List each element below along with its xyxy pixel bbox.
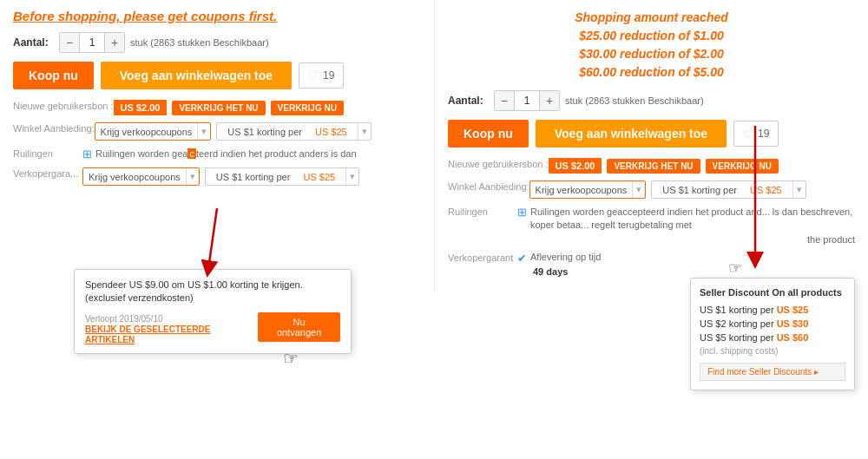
- right-annotation-line4: $60.00 reduction of $5.00: [448, 63, 855, 82]
- popup-link-left[interactable]: BEKIJK DE GESELECTEERDE ARTIKELEN: [85, 325, 210, 344]
- right-annotation-line1: Shopping amount reached: [448, 9, 855, 27]
- ruilingen-text-right: Ruilingen worden geaccepteerd indien het…: [530, 206, 855, 233]
- verkrijg-het-nu-btn-left[interactable]: VERKRIJG HET NU: [172, 101, 265, 115]
- seller-discount-dropdown: Seller Discount On all products US $1 ko…: [690, 278, 855, 390]
- find-more-discounts-btn[interactable]: Find more Seller Discounts ▸: [700, 363, 845, 381]
- get-coupons-chevron-right: ▾: [632, 181, 645, 198]
- heart-icon-left: ♡: [308, 69, 319, 82]
- add-to-cart-button-left[interactable]: Voeg aan winkelwagen toe: [101, 62, 292, 89]
- discount-chevron-left: ▾: [358, 123, 371, 140]
- ruilingen-content-right: ⊞ Ruilingen worden geaccepteerd indien h…: [517, 206, 855, 245]
- left-panel: Before shopping, please get coupons firs…: [0, 0, 434, 292]
- verkoper-get-text-left: Krijg verkoopcoupons: [83, 169, 186, 185]
- verkoper-discount-btn-left[interactable]: US $1 korting per US $25 ▾: [205, 167, 359, 186]
- popup-expiry-left: Verloopt 2019/05/10: [85, 314, 258, 324]
- verkoper-content-left: Krijg verkoopcoupons ▾ US $1 korting per…: [82, 167, 421, 186]
- new-user-label-right: Nieuwe gebruikersbon :: [448, 158, 549, 171]
- svg-line-0: [208, 208, 217, 269]
- seller-icon-right: ✔: [517, 252, 527, 265]
- discount-btn-left[interactable]: US $1 korting per US $25 ▾: [216, 122, 371, 141]
- get-coupons-btn-right[interactable]: Krijg verkoopcoupons ▾: [529, 180, 647, 199]
- ruilingen-label-right: Ruilingen: [448, 206, 517, 219]
- verkoper-label-left: Verkopergara...: [13, 167, 82, 180]
- qty-label-right: Aantal:: [448, 95, 487, 107]
- qty-row-left: Aantal: − 1 + stuk (2863 stukken Beschik…: [13, 32, 421, 53]
- new-user-row-right: Nieuwe gebruikersbon : US $2.00 VERKRIJG…: [448, 158, 855, 174]
- seller-guarantee-right: ✔ Aflevering op tijd: [517, 252, 601, 265]
- cursor-hand-popup: ☞: [283, 348, 299, 369]
- user-badge-left: US $2.00: [114, 100, 168, 115]
- dropdown-title: Seller Discount On all products: [700, 287, 845, 298]
- verkoper-label-right: Verkopergarant: [448, 252, 517, 265]
- get-coupons-text-right: Krijg verkoopcoupons: [530, 182, 633, 198]
- ruilingen-row-left: Ruilingen ⊞ Ruilingen worden geacteerd i…: [13, 148, 421, 161]
- discount-item-2: US $2 korting per US $30: [700, 318, 845, 329]
- qty-controls-right: − 1 +: [494, 90, 560, 111]
- returns-icon-right: ⊞: [517, 206, 527, 219]
- verkrijg-het-nu-btn-right[interactable]: VERKRIJG HET NU: [607, 159, 700, 174]
- cursor-hand-dropdown: ☞: [728, 259, 742, 278]
- winkel-row-right: Winkel Aanbieding: Krijg verkoopcoupons …: [448, 180, 855, 199]
- ruilingen-text2-right: the product: [517, 234, 855, 245]
- qty-plus-right[interactable]: +: [540, 91, 559, 110]
- new-user-content-right: US $2.00 VERKRIJG HET NU VERKRIJG NU: [549, 158, 855, 174]
- verkoper-row-left: Verkopergara... Krijg verkoopcoupons ▾ U…: [13, 167, 421, 186]
- nu-ontvangen-btn[interactable]: Nu ontvangen: [258, 312, 340, 342]
- left-annotation: Before shopping, please get coupons firs…: [13, 9, 421, 23]
- verkrijg-nu-btn-left[interactable]: VERKRIJG NU: [271, 101, 344, 115]
- buy-now-button-right[interactable]: Koop nu: [448, 120, 529, 148]
- qty-controls-left: − 1 +: [59, 32, 125, 53]
- wishlist-count-left: 19: [323, 69, 334, 82]
- arrow-right-panel: [725, 121, 777, 278]
- winkel-content-left: Krijg verkoopcoupons ▾ US $1 korting per…: [95, 122, 421, 141]
- discount-btn-text-left: US $1 korting per US $25: [217, 124, 357, 140]
- verkoper-content-right: ✔ Aflevering op tijd 49 days: [517, 252, 855, 277]
- discount-item-1: US $1 korting per US $25: [700, 305, 845, 315]
- popup-footer-left: Verloopt 2019/05/10 BEKIJK DE GESELECTEE…: [85, 311, 340, 344]
- get-coupons-btn-left[interactable]: Krijg verkoopcoupons ▾: [95, 122, 212, 141]
- verkoper-get-coupons-btn-left[interactable]: Krijg verkoopcoupons ▾: [82, 167, 200, 186]
- winkel-label-left: Winkel Aanbieding:: [13, 122, 95, 135]
- add-to-cart-button-right[interactable]: Voeg aan winkelwagen toe: [536, 120, 727, 148]
- returns-icon-left: ⊞: [82, 148, 92, 161]
- arrow-left-panel: [182, 200, 252, 278]
- qty-label-left: Aantal:: [13, 36, 52, 49]
- ruilingen-content-left: ⊞ Ruilingen worden geacteerd indien het …: [82, 148, 357, 161]
- buy-now-button-left[interactable]: Koop nu: [13, 62, 94, 89]
- right-panel: Shopping amount reached $25.00 reduction…: [434, 0, 868, 292]
- right-annotation-line2: $25.00 reduction of $1.00: [448, 27, 855, 45]
- new-user-label-left: Nieuwe gebruikersbon :: [13, 100, 114, 113]
- ruilingen-label-left: Ruilingen: [13, 148, 82, 161]
- verkoper-row-right: Verkopergarant ✔ Aflevering op tijd 49 d…: [448, 252, 855, 277]
- coupon-popup-left: Spendeer US $9.00 om US $1.00 korting te…: [74, 269, 352, 354]
- qty-row-right: Aantal: − 1 + stuk (2863 stukken Beschik…: [448, 90, 855, 111]
- qty-unit-right: stuk (2863 stukken Beschikbaar): [565, 95, 704, 106]
- winkel-label-right: Winkel Aanbieding:: [448, 180, 529, 193]
- aflevering-text-right: Aflevering op tijd: [530, 252, 601, 262]
- winkel-content-right: Krijg verkoopcoupons ▾ US $1 korting per…: [529, 180, 855, 199]
- qty-plus-left[interactable]: +: [105, 33, 124, 52]
- qty-minus-left[interactable]: −: [60, 33, 79, 52]
- ruilingen-returns-right: ⊞ Ruilingen worden geaccepteerd indien h…: [517, 206, 855, 233]
- discount-item-3: US $5 korting per US $60: [700, 332, 845, 343]
- get-coupons-chevron-left: ▾: [197, 123, 210, 140]
- winkel-row-left: Winkel Aanbieding: Krijg verkoopcoupons …: [13, 122, 421, 141]
- qty-unit-left: stuk (2863 stukken Beschikbaar): [130, 37, 269, 48]
- qty-minus-right[interactable]: −: [495, 91, 514, 110]
- get-coupons-text-left: Krijg verkoopcoupons: [95, 124, 198, 140]
- new-user-content-left: US $2.00 VERKRIJG HET NU VERKRIJG NU: [114, 100, 421, 115]
- action-buttons-left: Koop nu Voeg aan winkelwagen toe ♡ 19: [13, 62, 421, 89]
- user-badge-right: US $2.00: [549, 158, 602, 174]
- popup-expiry-link-left: Verloopt 2019/05/10 BEKIJK DE GESELECTEE…: [85, 311, 258, 344]
- ruilingen-text-left: Ruilingen worden geacteerd indien het pr…: [95, 148, 357, 161]
- qty-value-left: 1: [79, 33, 105, 52]
- qty-value-right: 1: [514, 91, 540, 110]
- days-text-right: 49 days: [533, 266, 568, 277]
- popup-text-left: Spendeer US $9.00 om US $1.00 korting te…: [85, 279, 340, 305]
- right-annotation: Shopping amount reached $25.00 reduction…: [448, 9, 855, 82]
- right-annotation-line3: $30.00 reduction of $2.00: [448, 45, 855, 63]
- verkoper-discount-chevron-left: ▾: [345, 168, 358, 185]
- discount-chevron-right: ▾: [792, 181, 806, 198]
- wishlist-button-left[interactable]: ♡ 19: [299, 62, 344, 89]
- incl-note: (incl. shipping costs): [700, 346, 845, 356]
